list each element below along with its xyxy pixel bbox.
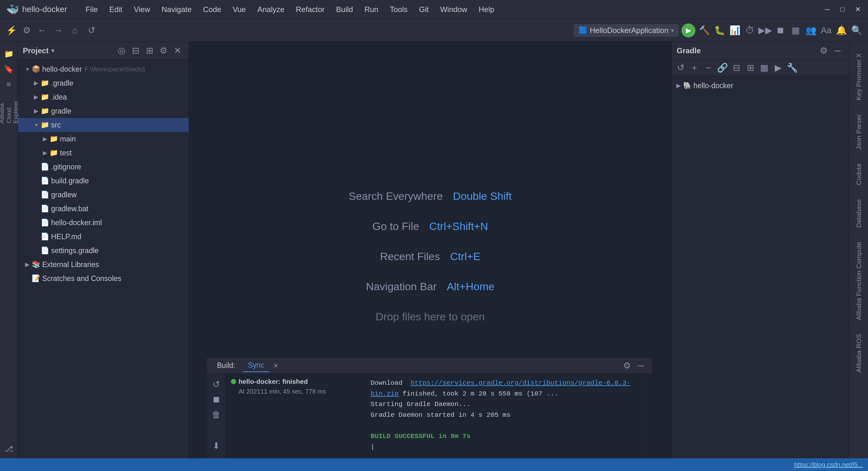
menu-file[interactable]: File [80,3,104,16]
menu-edit[interactable]: Edit [103,3,128,16]
gradle-collapse-icon[interactable]: ⊟ [730,62,743,74]
sync-tab-close[interactable]: ✕ [273,362,279,370]
tree-external-libs[interactable]: ▶ 📚 External Libraries [18,257,189,272]
search-everywhere-icon[interactable]: 🔍 [850,24,863,37]
right-sidebar: Key Promoter X Json Parser Codota Databa… [849,42,868,471]
stop-button[interactable]: ⏹ [774,24,787,37]
home-icon[interactable]: ⌂ [68,24,81,37]
tree-root[interactable]: ▾ 📦 hello-docker F:\Workspace\StackS [18,62,189,76]
minimize-button[interactable]: ─ [824,6,831,13]
menu-help[interactable]: Help [473,3,500,16]
forward-icon[interactable]: → [52,24,65,37]
menu-run[interactable]: Run [359,3,384,16]
settings-icon[interactable]: ⚙ [20,24,33,37]
expand-all-icon[interactable]: ⊞ [143,44,156,57]
project-settings-icon[interactable]: ⚙ [157,44,170,57]
menu-window[interactable]: Window [434,3,473,16]
build-log-line5: BUILD SUCCESSFUL in 9m 7s [371,431,642,442]
gradle-group-icon[interactable]: ▦ [758,62,771,74]
right-label-codota[interactable]: Codota [852,157,865,192]
nav-bar-row: Navigation Bar Alt+Home [366,280,494,293]
tree-build-gradle[interactable]: ▶ 📄 build.gradle [18,174,189,188]
translate-icon[interactable]: Aa [820,24,833,37]
cloud-icon[interactable]: Alibaba Cloud Explorer [2,105,16,119]
menu-refactor[interactable]: Refactor [290,3,331,16]
gradle-expand-icon[interactable]: ⊞ [744,62,757,74]
build-clear-icon[interactable]: 🗑 [210,408,223,421]
sync-tab[interactable]: Sync [243,359,269,372]
tree-gradle-folder[interactable]: ▶ 📁 .gradle [18,76,189,90]
menu-build[interactable]: Build [330,3,359,16]
build-button[interactable]: 🔨 [698,24,711,37]
structure-icon[interactable]: ≡ [2,77,16,91]
notifications-icon[interactable]: 🔔 [835,24,848,37]
run-config[interactable]: 🟦 HelloDockerApplication ▾ [574,24,679,37]
right-label-database[interactable]: Database [852,193,865,234]
tree-main-folder[interactable]: ▶ 📁 main [18,132,189,146]
build-scrollbar[interactable] [647,374,652,471]
right-label-json-parser[interactable]: Json Parser [852,108,865,156]
code-with-me-icon[interactable]: 👥 [805,24,817,37]
gradle-refresh-icon[interactable]: ↺ [674,62,687,74]
build-scroll-icon[interactable]: ⬇ [210,439,223,452]
collapse-all-icon[interactable]: ⊟ [129,44,142,57]
tree-settings-gradle[interactable]: ▶ 📄 settings.gradle [18,244,189,257]
bookmarks-icon[interactable]: 🔖 [2,62,16,76]
tree-gradlew[interactable]: ▶ 📄 gradlew [18,188,189,202]
debug-button[interactable]: 🐛 [713,24,726,37]
build-settings-icon[interactable]: ⚙ [621,359,633,372]
tree-src-folder[interactable]: ▾ 📁 src [18,118,189,132]
tree-gitignore[interactable]: ▶ 📄 .gitignore [18,160,189,174]
build-minimize-icon[interactable]: ─ [634,359,647,372]
tree-gradlew-bat[interactable]: ▶ 📄 gradlew.bat [18,202,189,216]
gradle-add-icon[interactable]: + [688,62,701,74]
gradle-link-icon[interactable]: 🔗 [716,62,729,74]
tree-help-md[interactable]: ▶ 📄 HELP.md [18,230,189,244]
back-icon[interactable]: ← [35,24,48,37]
project-sidebar-icon[interactable]: 📁 [2,47,16,61]
more-run-icon[interactable]: ▶▶ [759,24,772,37]
right-label-alibaba-function[interactable]: Alibaba Function Compute [852,236,865,326]
gradle-settings-icon[interactable]: ⚙ [817,44,830,57]
tree-iml[interactable]: ▶ 📄 hello-docker.iml [18,216,189,230]
root-path: F:\Workspace\StackS [84,66,145,73]
locate-icon[interactable]: ◎ [115,44,128,57]
menu-git[interactable]: Git [413,3,435,16]
vcs-icon[interactable]: ⚡ [5,24,18,37]
status-url[interactable]: https://blog.csdn.net/l5... [794,461,863,468]
profile-button[interactable]: ⏱ [744,24,756,37]
menu-analyze[interactable]: Analyze [252,3,290,16]
search-everywhere-key: Double Shift [453,190,512,202]
gradle-root[interactable]: ▶ 🐘 hello-docker [672,78,849,93]
right-label-key-promoter[interactable]: Key Promoter X [852,47,865,106]
tree-item-label: main [60,135,76,144]
build-sync-icon[interactable]: ↺ [210,378,223,390]
menu-vue[interactable]: Vue [227,3,252,16]
git-icon[interactable]: ⎇ [2,442,16,456]
menu-navigate[interactable]: Navigate [156,3,197,16]
build-stop-icon[interactable]: ⏹ [210,393,223,406]
right-label-alibaba-ros[interactable]: Alibaba ROS [852,327,865,379]
coverage-button[interactable]: 📊 [728,24,741,37]
menu-view[interactable]: View [128,3,156,16]
close-button[interactable]: ✕ [854,6,862,13]
gradle-header-icons: ⚙ ─ [817,44,844,57]
nav-bar-label: Navigation Bar [366,280,437,293]
tree-gradle-folder2[interactable]: ▶ 📁 gradle [18,104,189,118]
close-project-icon[interactable]: ✕ [171,44,184,57]
run-button[interactable]: ▶ [681,24,695,37]
gradle-minimize-icon[interactable]: ─ [831,44,844,57]
gradle-remove-icon[interactable]: − [702,62,715,74]
menu-tools[interactable]: Tools [384,3,413,16]
tree-test-folder[interactable]: ▶ 📁 test [18,146,189,160]
gradle-tool-icon[interactable]: 🔧 [786,62,799,74]
sync-icon[interactable]: ↺ [85,24,98,37]
tree-scratches[interactable]: ▶ 📝 Scratches and Consoles [18,272,189,285]
run-dashboard-icon[interactable]: ▦ [789,24,802,37]
maximize-button[interactable]: □ [839,6,846,13]
search-everywhere-row: Search Everywhere Double Shift [349,190,512,202]
tree-idea-folder[interactable]: ▶ 📁 .idea [18,90,189,104]
gradle-download-link[interactable]: https://services.gradle.org/distribution… [371,379,630,398]
menu-code[interactable]: Code [197,3,227,16]
gradle-run-icon[interactable]: ▶ [772,62,784,74]
